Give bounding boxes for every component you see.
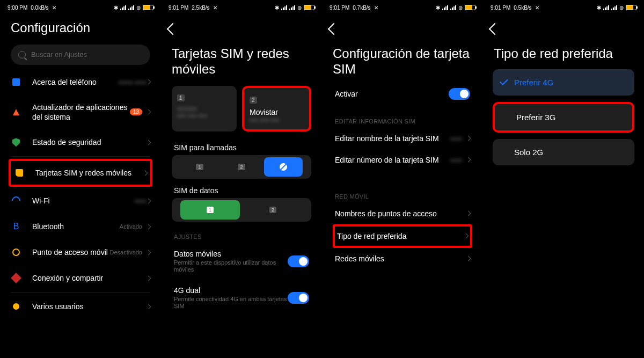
apn-row[interactable]: Nombres de puntos de acceso (324, 203, 481, 224)
battery-icon (143, 5, 153, 10)
status-bar: 9:01 PM0.7kB/s✕ ✱⊚ (324, 0, 481, 15)
mute-icon: ✕ (374, 5, 378, 11)
edit-number-label: Editar número de la tarjeta SIM (335, 156, 450, 164)
bluetooth-item[interactable]: B Bluetooth Activado (2, 214, 159, 239)
edit-sim-name-row[interactable]: Editar nombre de la tarjeta SIM xxxx (324, 128, 481, 149)
wifi-icon (11, 195, 21, 206)
obscured-text: xxxx (450, 135, 462, 142)
option-prefer-4g[interactable]: Preferir 4G (493, 69, 634, 96)
chevron-right-icon (146, 304, 151, 309)
status-time: 9:00 PM (8, 5, 27, 11)
calls-sim-2[interactable]: 2 (222, 157, 261, 177)
system-updater-item[interactable]: Actualizador de aplicaciones del sistema… (2, 95, 159, 129)
option-only-2g[interactable]: Solo 2G (493, 139, 634, 165)
share-icon (11, 273, 21, 283)
dual4g-title: 4G dual (174, 286, 288, 295)
no-ask-icon (280, 163, 287, 171)
signal-icon (442, 5, 448, 10)
calls-sim-label: SIM para llamadas (163, 136, 320, 155)
status-time: 9:01 PM (169, 5, 188, 11)
search-input[interactable]: Buscar en Ajustes (11, 45, 150, 65)
dual-4g-row[interactable]: 4G dualPermite conectividad 4G en ambas … (163, 280, 320, 316)
arrow-left-icon (489, 23, 501, 35)
wifi-icon: ⊚ (136, 5, 141, 11)
obscured-text: xxxx (450, 157, 462, 163)
highlight-net-type: Tipo de red preferida (333, 224, 472, 248)
edit-name-label: Editar nombre de la tarjeta SIM (335, 134, 450, 143)
hotspot-item[interactable]: Punto de acceso móvil Desactivado (2, 239, 159, 265)
option-prefer-3g[interactable]: Preferir 3G (493, 102, 634, 133)
data-sim-selector: 1 2 (172, 198, 311, 222)
update-badge: 13 (130, 108, 142, 115)
bluetooth-status: Activado (120, 223, 142, 230)
back-button[interactable] (491, 17, 514, 41)
chevron-right-icon (146, 275, 151, 281)
calls-sim-1[interactable]: 1 (180, 157, 219, 177)
status-bar: 9:01 PM0.5kB/s✕ ✱⊚ (485, 0, 642, 15)
arrow-left-icon (167, 23, 179, 35)
hotspot-status: Desactivado (109, 249, 142, 255)
settings-main: 9:00 PM 0.0kB/s ✕ ✱ ⊚ Configuración Busc… (0, 0, 161, 358)
signal-icon (289, 5, 295, 10)
sim-number: 1 (177, 94, 185, 101)
net-type-screen: 9:01 PM0.5kB/s✕ ✱⊚ Tipo de red preferida… (483, 0, 644, 358)
data-sim-1[interactable]: 1 (180, 200, 240, 220)
connection-share-item[interactable]: Conexión y compartir (2, 265, 159, 291)
bluetooth-icon: ✱ (597, 5, 601, 11)
battery-icon (626, 5, 636, 10)
wifi-item[interactable]: Wi-Fi xxxx (2, 188, 159, 214)
status-net: 2.5kB/s (192, 5, 209, 11)
status-net: 0.5kB/s (514, 5, 531, 11)
about-phone-item[interactable]: Acerca del teléfono xxxxx xxxx (2, 69, 159, 95)
multi-users-item[interactable]: Varios usuarios (2, 294, 159, 319)
sim-carrier: Movistar (250, 108, 304, 116)
status-bar: 9:01 PM2.5kB/s✕ ✱⊚ (163, 0, 320, 15)
status-time: 9:01 PM (330, 5, 349, 11)
battery-icon (304, 5, 314, 10)
bluetooth-icon: ✱ (436, 5, 440, 11)
check-icon (500, 77, 508, 86)
chevron-right-icon (466, 211, 471, 216)
chevron-right-icon (464, 233, 469, 239)
update-icon (11, 107, 21, 118)
calls-sim-selector: 1 2 (172, 155, 311, 179)
activate-row[interactable]: Activar (324, 82, 481, 106)
sim-networks-item[interactable]: Tarjetas SIM y redes móviles (11, 161, 150, 185)
mobile-nets-label: Redes móviles (335, 254, 466, 263)
page-title: Tarjetas SIM y redes móviles (172, 46, 311, 77)
activate-toggle[interactable] (449, 88, 470, 100)
security-status-item[interactable]: Estado de seguridad (2, 129, 159, 155)
chevron-right-icon (146, 198, 151, 203)
phone-icon (11, 77, 21, 87)
sim-number: 2 (250, 97, 257, 104)
search-placeholder: Buscar en Ajustes (31, 50, 87, 59)
dual-4g-toggle[interactable] (288, 292, 309, 304)
obscured-text: xxxxx xxxx (118, 79, 147, 85)
calls-sim-ask[interactable] (264, 157, 303, 177)
back-button[interactable] (169, 17, 192, 41)
dual4g-sub: Permite conectividad 4G en ambas tarjeta… (174, 296, 288, 310)
sim-card-1[interactable]: 1 XXXXX xxx xxx xxx (172, 86, 237, 131)
activate-label: Activar (335, 90, 449, 98)
mobile-networks-row[interactable]: Redes móviles (324, 248, 481, 269)
highlight-sim: Tarjetas SIM y redes móviles (9, 159, 152, 187)
signal-icon (120, 5, 126, 10)
obscured-carrier: XXXXX (177, 106, 231, 112)
bluetooth-icon: B (11, 221, 21, 232)
mobile-data-toggle[interactable] (288, 255, 309, 267)
arrow-left-icon (328, 23, 340, 35)
signal-icon (603, 5, 609, 10)
net-type-row[interactable]: Tipo de red preferida (335, 227, 470, 246)
hotspot-icon (11, 247, 21, 258)
edit-sim-number-row[interactable]: Editar número de la tarjeta SIM xxxx (324, 149, 481, 171)
sim-card-2[interactable]: 2 Movistar xxx xxx xxx (242, 86, 311, 131)
search-icon (18, 51, 26, 59)
mobile-data-row[interactable]: Datos móvilesPermitir a este dispositivo… (163, 243, 320, 280)
users-icon (11, 301, 21, 312)
page-title: Tipo de red preferida (494, 46, 633, 62)
back-button[interactable] (330, 17, 353, 41)
mute-icon: ✕ (213, 5, 217, 11)
mobile-data-sub: Permitir a este dispositivo utilizar dat… (174, 259, 288, 273)
wifi-icon: ⊚ (619, 5, 624, 11)
data-sim-2[interactable]: 2 (243, 200, 303, 220)
